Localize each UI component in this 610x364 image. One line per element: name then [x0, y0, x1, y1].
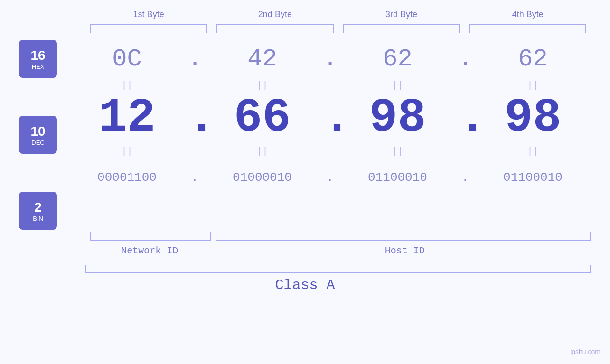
dot-hex-2: .	[323, 45, 337, 73]
byte1-top-bracket	[90, 24, 207, 33]
dec-number: 10	[30, 124, 45, 139]
id-labels-row: Network ID Host ID	[85, 245, 591, 256]
network-id-label: Network ID	[85, 245, 214, 256]
bin-row: 00001100 . 01000010 . 01100010 . 0110001…	[66, 159, 593, 196]
eq2-3: ||	[337, 146, 458, 157]
eq2-1: ||	[66, 146, 188, 157]
dec-val-2: 66	[202, 94, 323, 142]
hex-number: 16	[30, 48, 45, 63]
hex-val-3: 62	[337, 45, 458, 73]
eq1-2: ||	[202, 80, 323, 91]
eq1-1: ||	[66, 80, 188, 91]
dec-val-1: 12	[66, 94, 188, 142]
byte4-top-bracket	[469, 24, 586, 33]
eq1-4: ||	[472, 80, 593, 91]
base-labels: 16 HEX 10 DEC 2 BIN	[19, 40, 57, 230]
dec-val-3: 98	[337, 94, 458, 142]
eq2-2: ||	[202, 146, 323, 157]
byte2-top-bracket	[216, 24, 333, 33]
values-grid: 0C . 42 . 62 . 62 || || || || 12	[66, 40, 593, 230]
main-container: 1st Byte 2nd Byte 3rd Byte 4th Byte 16 H…	[0, 0, 610, 364]
byte-headers: 1st Byte 2nd Byte 3rd Byte 4th Byte	[19, 9, 591, 19]
bin-label: BIN	[33, 215, 43, 222]
bin-badge: 2 BIN	[19, 192, 57, 230]
dot-bin-2: .	[323, 170, 337, 185]
dot-hex-3: .	[458, 45, 472, 73]
bin-val-1: 00001100	[66, 170, 188, 185]
byte3-top-bracket	[343, 24, 460, 33]
dec-label: DEC	[31, 139, 44, 146]
eq2-4: ||	[472, 146, 593, 157]
byte4-header: 4th Byte	[465, 9, 591, 19]
network-id-bracket	[90, 232, 211, 241]
class-bracket-row	[19, 265, 591, 273]
eq1-3: ||	[337, 80, 458, 91]
class-a-bracket	[85, 265, 591, 273]
class-a-label: Class A	[275, 277, 335, 293]
watermark: ipshu.com	[570, 348, 601, 355]
bottom-brackets	[85, 232, 591, 241]
hex-val-4: 62	[472, 45, 593, 73]
bin-number: 2	[34, 200, 42, 215]
class-label-row: Class A	[275, 277, 335, 293]
dot-dec-2: .	[323, 92, 337, 145]
byte2-header: 2nd Byte	[212, 9, 338, 19]
bottom-section: Network ID Host ID	[19, 232, 591, 256]
byte3-header: 3rd Byte	[338, 9, 465, 19]
dot-dec-3: .	[458, 92, 472, 145]
dec-badge: 10 DEC	[19, 116, 57, 154]
dec-val-4: 98	[472, 94, 593, 142]
dec-row: 12 . 66 . 98 . 98	[66, 92, 593, 144]
top-brackets	[19, 24, 591, 33]
bin-val-4: 01100010	[472, 170, 593, 185]
hex-badge: 16 HEX	[19, 40, 57, 78]
hex-val-1: 0C	[66, 45, 188, 73]
byte1-header: 1st Byte	[85, 9, 212, 19]
bin-val-3: 01100010	[337, 170, 458, 185]
dot-bin-3: .	[458, 170, 472, 185]
hex-val-2: 42	[202, 45, 323, 73]
host-id-bracket	[216, 232, 591, 241]
dot-bin-1: .	[188, 170, 202, 185]
bin-val-2: 01000010	[202, 170, 323, 185]
content-area: 16 HEX 10 DEC 2 BIN 0C . 42 . 62 . 62	[19, 40, 591, 230]
equals-row-1: || || || ||	[66, 78, 593, 92]
host-id-label: Host ID	[219, 245, 591, 256]
hex-label: HEX	[32, 63, 45, 70]
dot-dec-1: .	[188, 92, 202, 145]
dot-hex-1: .	[188, 45, 202, 73]
equals-row-2: || || || ||	[66, 144, 593, 159]
hex-row: 0C . 42 . 62 . 62	[66, 40, 593, 78]
